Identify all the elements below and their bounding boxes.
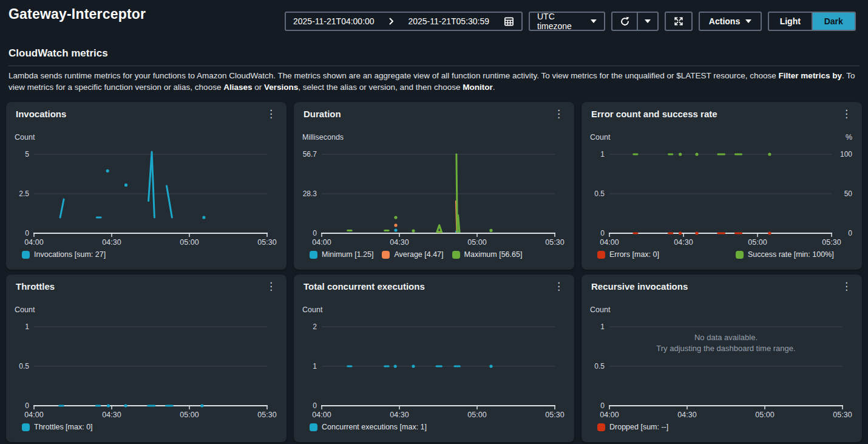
date-to-field[interactable]: 2025-11-21T05:30:59 xyxy=(408,16,489,26)
legend-item[interactable]: Average [4.47] xyxy=(382,250,443,259)
metrics-grid: Invocations ⋮ 52.50Count04:0004:3005:000… xyxy=(6,102,862,442)
theme-light-button[interactable]: Light xyxy=(769,13,812,30)
svg-text:0.5: 0.5 xyxy=(594,362,605,371)
panel-header: Duration ⋮ xyxy=(294,102,574,125)
chart-legend: Invocations [sum: 27] xyxy=(6,250,287,259)
svg-text:Count: Count xyxy=(590,306,611,314)
refresh-options-button[interactable] xyxy=(637,13,657,30)
svg-text:1: 1 xyxy=(25,323,29,331)
legend-swatch-icon xyxy=(22,251,30,259)
chart-legend: Minimum [1.25]Average [4.47]Maximum [56.… xyxy=(294,250,574,259)
panel-header: Invocations ⋮ xyxy=(6,102,287,125)
svg-text:05:00: 05:00 xyxy=(180,411,198,419)
section-description: Lambda sends runtime metrics for your fu… xyxy=(8,70,860,93)
svg-text:05:00: 05:00 xyxy=(748,238,767,247)
fullscreen-icon xyxy=(674,16,683,26)
svg-text:05:30: 05:30 xyxy=(545,411,564,419)
chart-canvas[interactable]: 10.50Count04:0004:3005:0005:30 xyxy=(6,301,287,420)
svg-text:Count: Count xyxy=(590,133,611,142)
svg-text:%: % xyxy=(846,133,852,142)
date-from-field[interactable]: 2025-11-21T04:00:00 xyxy=(293,16,375,26)
svg-text:04:00: 04:00 xyxy=(600,411,619,419)
metric-panel: Throttles ⋮ 10.50Count04:0004:3005:0005:… xyxy=(6,275,287,442)
vertical-ellipsis-icon: ⋮ xyxy=(554,281,564,292)
theme-dark-button[interactable]: Dark xyxy=(813,13,855,30)
svg-text:0: 0 xyxy=(313,229,317,237)
panel-title: Throttles xyxy=(16,281,55,292)
date-range-picker[interactable]: 2025-11-21T04:00:00 2025-11-21T05:30:59 xyxy=(285,12,523,31)
svg-text:Milliseconds: Milliseconds xyxy=(302,133,344,142)
svg-text:04:00: 04:00 xyxy=(24,238,43,247)
legend-label: Throttles [max: 0] xyxy=(34,423,93,431)
panel-menu-button[interactable]: ⋮ xyxy=(836,109,857,121)
caret-down-icon xyxy=(591,19,597,23)
vertical-ellipsis-icon: ⋮ xyxy=(266,108,276,120)
svg-text:5: 5 xyxy=(25,150,29,159)
legend-item[interactable]: Success rate [min: 100%] xyxy=(736,250,834,259)
svg-text:05:00: 05:00 xyxy=(467,238,486,247)
svg-text:04:30: 04:30 xyxy=(102,238,121,247)
svg-text:1: 1 xyxy=(313,362,317,371)
svg-text:Count: Count xyxy=(15,306,35,314)
panel-menu-button[interactable]: ⋮ xyxy=(548,109,569,121)
svg-text:Count: Count xyxy=(15,133,35,142)
panel-menu-button[interactable]: ⋮ xyxy=(836,281,857,293)
svg-text:56.7: 56.7 xyxy=(303,150,317,159)
legend-swatch-icon xyxy=(736,251,744,259)
panel-menu-button[interactable]: ⋮ xyxy=(260,281,282,293)
svg-text:04:30: 04:30 xyxy=(390,238,409,247)
svg-text:05:00: 05:00 xyxy=(180,238,198,247)
legend-item[interactable]: Concurrent executions [max: 1] xyxy=(310,423,427,431)
panel-title: Recursive invocations xyxy=(591,281,688,292)
refresh-button[interactable] xyxy=(612,13,637,30)
legend-swatch-icon xyxy=(597,251,605,259)
svg-text:50: 50 xyxy=(844,190,853,198)
svg-text:Count: Count xyxy=(302,306,323,314)
svg-text:0: 0 xyxy=(848,229,852,237)
panel-header: Throttles ⋮ xyxy=(6,275,287,298)
vertical-ellipsis-icon: ⋮ xyxy=(841,108,852,120)
chart-canvas[interactable]: 56.728.30Milliseconds04:0004:3005:0005:3… xyxy=(294,129,574,248)
svg-text:Try adjusting the dashboard ti: Try adjusting the dashboard time range. xyxy=(656,344,795,353)
chart-canvas[interactable]: 10.50Count04:0004:3005:0005:30No data av… xyxy=(581,301,862,420)
legend-label: Invocations [sum: 27] xyxy=(34,250,106,259)
legend-item[interactable]: Throttles [max: 0] xyxy=(22,423,93,431)
chart-legend: Concurrent executions [max: 1] xyxy=(294,423,574,431)
svg-text:1: 1 xyxy=(600,150,605,159)
legend-item[interactable]: Invocations [sum: 27] xyxy=(22,250,106,259)
section-divider xyxy=(8,66,860,66)
legend-item[interactable]: Minimum [1.25] xyxy=(310,250,373,259)
svg-text:04:00: 04:00 xyxy=(24,411,43,419)
legend-label: Concurrent executions [max: 1] xyxy=(322,423,427,431)
chart-canvas[interactable]: 10.50100500Count%04:0004:3005:0005:30 xyxy=(581,129,862,248)
panel-menu-button[interactable]: ⋮ xyxy=(260,109,282,121)
calendar-icon[interactable] xyxy=(504,16,514,27)
panel-title: Invocations xyxy=(16,109,66,119)
legend-label: Average [4.47] xyxy=(394,250,443,259)
timezone-select[interactable]: UTC timezone xyxy=(529,12,605,31)
caret-down-icon xyxy=(745,19,751,23)
legend-item[interactable]: Maximum [56.65] xyxy=(452,250,523,259)
refresh-split-button xyxy=(611,12,659,31)
svg-text:04:30: 04:30 xyxy=(674,238,693,247)
chart-canvas[interactable]: 210Count04:0004:3005:0005:30 xyxy=(294,301,574,420)
chart-legend: Throttles [max: 0] xyxy=(6,423,287,431)
panel-header: Error count and success rate ⋮ xyxy=(581,102,862,125)
legend-label: Success rate [min: 100%] xyxy=(748,250,834,259)
panel-title: Duration xyxy=(303,109,341,119)
actions-menu-button[interactable]: Actions xyxy=(699,12,762,31)
svg-text:0: 0 xyxy=(25,229,29,237)
panel-title: Total concurrent executions xyxy=(303,281,425,292)
vertical-ellipsis-icon: ⋮ xyxy=(554,108,564,120)
chart-legend: Dropped [sum: --] xyxy=(581,423,862,431)
panel-menu-button[interactable]: ⋮ xyxy=(548,281,569,293)
chevron-right-icon xyxy=(389,18,394,25)
legend-item[interactable]: Dropped [sum: --] xyxy=(597,423,668,431)
metric-panel: Invocations ⋮ 52.50Count04:0004:3005:000… xyxy=(6,102,287,270)
panel-header: Recursive invocations ⋮ xyxy=(581,275,862,298)
fullscreen-button[interactable] xyxy=(665,12,693,31)
legend-item[interactable]: Errors [max: 0] xyxy=(597,250,659,259)
metric-panel: Total concurrent executions ⋮ 210Count04… xyxy=(294,275,574,442)
svg-text:0.5: 0.5 xyxy=(19,362,29,371)
chart-canvas[interactable]: 52.50Count04:0004:3005:0005:30 xyxy=(6,129,287,248)
